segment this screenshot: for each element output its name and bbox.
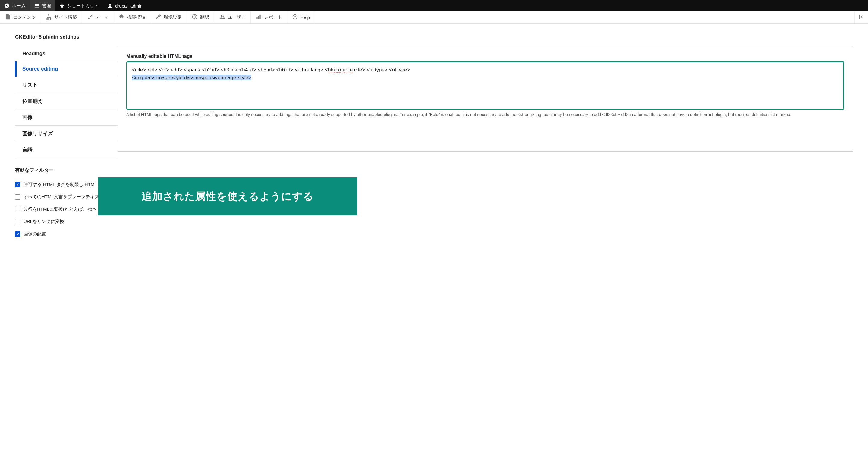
admin-reports[interactable]: レポート — [251, 11, 287, 23]
filter-label: URLをリンクに変換 — [24, 219, 64, 225]
toolbar-collapse[interactable] — [855, 11, 868, 23]
topbar-shortcuts[interactable]: ショートカット — [55, 0, 103, 11]
puzzle-icon — [119, 14, 125, 21]
topbar-shortcuts-label: ショートカット — [67, 3, 99, 9]
manual-tags-textarea[interactable]: <cite> <dl> <dt> <dd> <span> <h2 id> <h3… — [128, 63, 843, 108]
admin-toolbar: コンテンツ サイト構築 テーマ 機能拡張 環境設定 翻訳 ユーザー レポート ?… — [0, 11, 868, 24]
admin-translate-label: 翻訳 — [200, 14, 209, 20]
source-editing-panel: Manually editable HTML tags <cite> <dl> … — [118, 46, 853, 152]
admin-reports-label: レポート — [264, 14, 282, 20]
plugin-settings-wrapper: Headings Source editing リスト 位置揃え 画像 画像リサ… — [15, 46, 853, 158]
admin-people[interactable]: ユーザー — [214, 11, 251, 23]
admin-appearance[interactable]: テーマ — [82, 11, 114, 23]
admin-structure-label: サイト構築 — [54, 14, 77, 20]
drupal-topbar: ホーム 管理 ショートカット drupal_admin — [0, 0, 868, 11]
admin-extend[interactable]: 機能拡張 — [114, 11, 150, 23]
svg-point-1 — [109, 4, 111, 6]
sitemap-icon — [46, 14, 52, 21]
textarea-text-part1b: cite> <ul type> <ol type> — [352, 67, 410, 73]
filter-label: 画像の配置 — [24, 231, 46, 237]
topbar-user[interactable]: drupal_admin — [103, 0, 147, 11]
svg-point-2 — [48, 14, 49, 15]
annotation-overlay-banner: 追加された属性を使えるようにする — [98, 177, 357, 216]
svg-point-8 — [222, 15, 224, 17]
filters-title: 有効なフィルター — [15, 167, 853, 173]
vtab-alignment[interactable]: 位置揃え — [15, 93, 118, 109]
checkbox-linebreak[interactable] — [15, 207, 21, 212]
textarea-text-part1: <cite> <dl> <dt> <dd> <span> <h2 id> <h3… — [132, 67, 328, 73]
globe-icon — [192, 14, 198, 21]
admin-people-label: ユーザー — [227, 14, 246, 20]
vtab-language[interactable]: 言語 — [15, 142, 118, 158]
vtab-headings[interactable]: Headings — [15, 46, 118, 62]
help-icon: ? — [292, 14, 298, 21]
admin-appearance-label: テーマ — [95, 14, 109, 20]
admin-help[interactable]: ? Help — [287, 11, 315, 23]
wrench-icon — [155, 14, 161, 21]
admin-translate[interactable]: 翻訳 — [187, 11, 214, 23]
topbar-manage[interactable]: 管理 — [30, 0, 55, 11]
admin-config[interactable]: 環境設定 — [150, 11, 187, 23]
svg-point-5 — [50, 19, 51, 19]
topbar-manage-label: 管理 — [42, 3, 51, 9]
textarea-highlight-border: <cite> <dl> <dt> <dd> <span> <h2 id> <h3… — [126, 62, 844, 110]
vtab-list[interactable]: リスト — [15, 77, 118, 93]
field-label-manual-tags: Manually editable HTML tags — [126, 54, 844, 59]
filter-row-url[interactable]: URLをリンクに変換 — [15, 216, 853, 228]
enabled-filters-section: 有効なフィルター 許可する HTML タグを制限し HTML すべてのHTML文… — [15, 167, 853, 240]
field-help-text: A list of HTML tags that can be used whi… — [126, 111, 844, 118]
admin-content[interactable]: コンテンツ — [0, 11, 41, 23]
star-icon — [59, 3, 65, 8]
hamburger-icon — [34, 3, 39, 8]
admin-structure[interactable]: サイト構築 — [41, 11, 82, 23]
filter-label: すべてのHTML文書をプレーンテキス — [24, 194, 99, 200]
admin-config-label: 環境設定 — [164, 14, 182, 20]
svg-point-4 — [48, 19, 49, 19]
textarea-selected-text: <img data-image-style data-responsive-im… — [132, 75, 251, 80]
annotation-text: 追加された属性を使えるようにする — [142, 190, 314, 202]
topbar-user-label: drupal_admin — [115, 3, 143, 8]
vertical-tabs-list: Headings Source editing リスト 位置揃え 画像 画像リサ… — [15, 46, 118, 158]
filter-label: 改行をHTMLに変換(たとえば、<br> — [24, 206, 96, 212]
people-icon — [219, 14, 225, 21]
admin-extend-label: 機能拡張 — [127, 14, 145, 20]
main-content: CKEditor 5 plugin settings Headings Sour… — [0, 24, 868, 246]
checkbox-image-align[interactable] — [15, 231, 21, 237]
admin-content-label: コンテンツ — [13, 14, 36, 20]
topbar-home[interactable]: ホーム — [0, 0, 30, 11]
svg-text:?: ? — [294, 15, 296, 19]
checkbox-url[interactable] — [15, 219, 21, 225]
file-icon — [5, 14, 11, 21]
person-icon — [107, 3, 113, 8]
bar-chart-icon — [255, 14, 261, 21]
svg-point-7 — [221, 15, 222, 17]
admin-help-label: Help — [301, 15, 310, 20]
vtab-image[interactable]: 画像 — [15, 109, 118, 126]
back-circle-icon — [4, 3, 10, 8]
filter-label: 許可する HTML タグを制限し HTML — [24, 182, 97, 187]
vtab-source-editing[interactable]: Source editing — [15, 62, 118, 77]
checkbox-limit-html[interactable] — [15, 182, 21, 187]
textarea-spell-word: blockquote — [328, 67, 352, 73]
svg-point-3 — [47, 19, 48, 19]
brush-icon — [87, 14, 93, 21]
collapse-icon — [858, 14, 864, 21]
section-title: CKEditor 5 plugin settings — [15, 34, 853, 40]
vtab-image-resize[interactable]: 画像リサイズ — [15, 126, 118, 142]
filter-row-image-align[interactable]: 画像の配置 — [15, 228, 853, 240]
topbar-home-label: ホーム — [12, 3, 26, 9]
svg-point-0 — [5, 4, 9, 8]
checkbox-plain-text[interactable] — [15, 194, 21, 200]
